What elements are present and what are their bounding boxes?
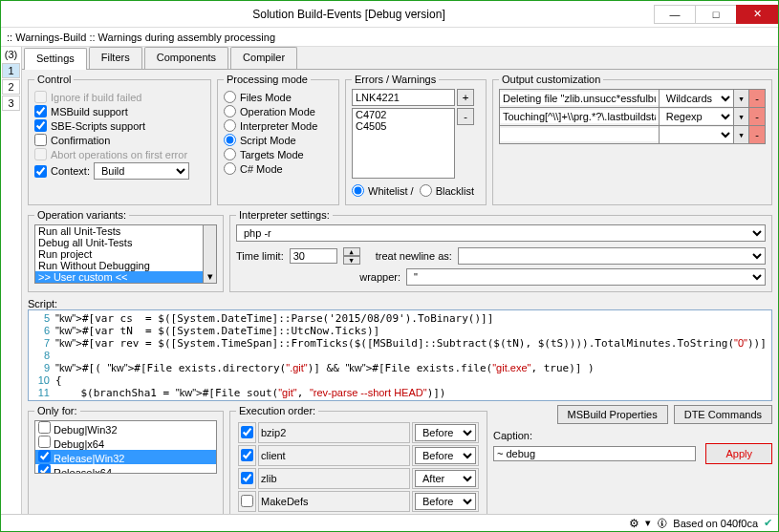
variants-list[interactable]: Run all Unit-TestsDebug all Unit-TestsRu… [34, 224, 204, 284]
ignore-if-failed-checkbox [34, 91, 47, 103]
wrapper-select[interactable]: " [406, 268, 766, 286]
errors-legend: Errors / Warnings [352, 74, 439, 85]
event-index-1[interactable]: 1 [2, 63, 20, 78]
output-row-remove-button[interactable]: - [749, 108, 765, 125]
exec-name: bzip2 [258, 422, 410, 443]
output-row-dropdown[interactable]: ▾ [734, 90, 749, 107]
msbuild-properties-button[interactable]: MSBuild Properties [557, 405, 668, 424]
output-row-dropdown[interactable]: ▾ [734, 108, 749, 125]
context-checkbox[interactable] [34, 165, 47, 178]
caption-input[interactable] [493, 446, 696, 461]
confirmation-checkbox[interactable] [34, 134, 47, 146]
error-codes-list[interactable]: C4702C4505 [352, 108, 455, 179]
onlyfor-checkbox[interactable] [38, 450, 51, 462]
abort-on-error-checkbox [34, 148, 47, 160]
variant-item[interactable]: Run Without Debugging [35, 260, 203, 271]
onlyfor-item[interactable]: Release|x64 [35, 464, 216, 474]
exec-when-select[interactable]: Before [415, 493, 476, 510]
exec-checkbox[interactable] [241, 449, 253, 461]
blacklist-radio[interactable] [420, 184, 432, 197]
only-for-group: Only for: Debug|Win32 Debug|x64 Release|… [28, 405, 224, 514]
error-add-button[interactable]: + [457, 89, 474, 106]
mode-radio-1[interactable] [224, 105, 236, 117]
msbuild-support-checkbox[interactable] [34, 105, 47, 117]
exec-when-select[interactable]: Before [415, 447, 476, 464]
output-row-remove-button[interactable]: - [749, 126, 765, 143]
gear-dropdown-icon[interactable]: ▾ [645, 517, 651, 529]
operation-variants-group: Operation variants: Run all Unit-TestsDe… [28, 209, 224, 292]
variants-dropdown-button[interactable]: ▾ [204, 224, 217, 284]
maximize-button[interactable]: □ [695, 5, 737, 24]
exec-when-select[interactable]: Before [415, 424, 476, 441]
close-button[interactable]: ✕ [736, 5, 778, 24]
onlyfor-item[interactable]: Debug|x64 [35, 436, 216, 450]
whitelist-radio[interactable] [352, 184, 364, 197]
exec-when-select[interactable]: After [415, 470, 476, 487]
exec-checkbox[interactable] [241, 472, 253, 484]
time-up-button[interactable]: ▲ [343, 247, 360, 256]
mode-radio-2[interactable] [224, 119, 236, 132]
mode-radio-3[interactable] [224, 134, 236, 146]
newline-select[interactable] [458, 247, 766, 265]
script-editor[interactable]: 5"kw">#[var cs = $([System.DateTime]::Pa… [28, 309, 772, 401]
apply-button[interactable]: Apply [705, 443, 772, 464]
error-remove-button[interactable]: - [457, 108, 474, 125]
context-select[interactable]: Build [94, 162, 189, 180]
exec-checkbox[interactable] [241, 426, 253, 438]
onlyfor-checkbox[interactable] [38, 464, 51, 474]
tab-compiler[interactable]: Compiler [230, 47, 297, 69]
onlyfor-checkbox[interactable] [38, 436, 51, 448]
variant-item[interactable]: >> User custom << [35, 271, 203, 283]
tab-filters[interactable]: Filters [89, 47, 142, 69]
interpreter-legend: Interpreter settings: [236, 209, 333, 221]
output-row-dropdown[interactable]: ▾ [734, 126, 749, 143]
control-legend: Control [34, 74, 74, 85]
info-icon[interactable]: 🛈 [657, 518, 667, 529]
variant-item[interactable]: Run project [35, 248, 203, 260]
exec-checkbox[interactable] [241, 495, 253, 507]
only-for-list[interactable]: Debug|Win32 Debug|x64 Release|Win32 Rele… [34, 420, 217, 474]
output-pattern-input[interactable] [500, 92, 659, 105]
processing-mode-group: Processing mode Files ModeOperation Mode… [217, 74, 339, 205]
error-item[interactable]: C4505 [353, 120, 454, 132]
titlebar: Solution Build-Events [Debug version] — … [1, 1, 778, 28]
breadcrumb: :: Warnings-Build :: Warnings during ass… [1, 28, 778, 47]
output-pattern-input[interactable] [500, 110, 659, 123]
event-index-strip: (3) 123 [1, 47, 22, 514]
output-pattern-input[interactable] [500, 128, 659, 141]
error-item[interactable]: C4702 [353, 109, 454, 120]
exec-name: client [258, 445, 410, 466]
dte-commands-button[interactable]: DTE Commands [674, 405, 772, 424]
errors-warnings-group: Errors / Warnings + C4702C4505 - Whiteli… [345, 74, 487, 205]
error-code-input[interactable] [352, 89, 455, 106]
output-mode-select[interactable]: Wildcards [660, 91, 733, 106]
output-mode-select[interactable]: Regexp [660, 109, 733, 124]
variant-item[interactable]: Debug all Unit-Tests [35, 237, 203, 248]
sbe-scripts-checkbox[interactable] [34, 119, 47, 132]
event-index-3[interactable]: 3 [2, 96, 20, 111]
time-down-button[interactable]: ▼ [343, 256, 360, 265]
onlyfor-checkbox[interactable] [38, 421, 51, 434]
onlyfor-item[interactable]: Release|Win32 [35, 450, 216, 464]
output-legend: Output customization [499, 74, 603, 85]
window-title: Solution Build-Events [Debug version] [43, 8, 655, 21]
onlyfor-item[interactable]: Debug|Win32 [35, 421, 216, 436]
tab-components[interactable]: Components [144, 47, 228, 69]
mode-radio-5[interactable] [224, 162, 236, 175]
exec-name: MakeDefs [258, 491, 410, 512]
interpreter-cmd-select[interactable]: php -r [236, 224, 766, 242]
control-group: Control Ignore if build failed MSBuild s… [28, 74, 211, 205]
minimize-button[interactable]: — [654, 5, 696, 24]
exec-name: zlib [258, 468, 410, 489]
variant-item[interactable]: Run all Unit-Tests [35, 225, 203, 237]
event-index-2[interactable]: 2 [2, 79, 20, 95]
caption-label: Caption: [493, 430, 772, 441]
mode-radio-0[interactable] [224, 91, 236, 103]
time-limit-input[interactable] [290, 248, 337, 264]
output-row-remove-button[interactable]: - [749, 90, 765, 107]
output-mode-select[interactable] [660, 127, 733, 142]
mode-radio-4[interactable] [224, 148, 236, 160]
tab-settings[interactable]: Settings [24, 48, 87, 70]
gear-icon[interactable]: ⚙ [629, 517, 639, 530]
checkmark-icon: ✔ [764, 517, 772, 529]
